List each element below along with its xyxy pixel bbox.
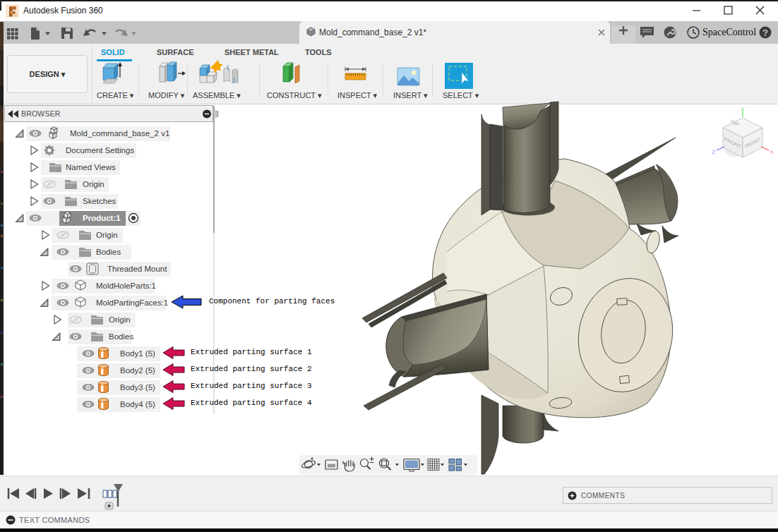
svg-text:Z: Z	[712, 149, 716, 155]
svg-text:Y: Y	[741, 106, 745, 112]
svg-text:X: X	[770, 149, 774, 155]
